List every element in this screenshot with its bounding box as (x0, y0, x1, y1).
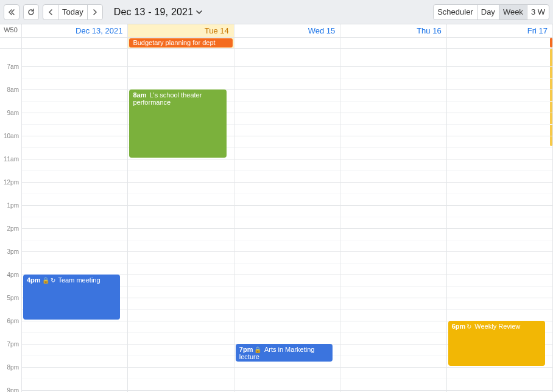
allday-tue[interactable]: Budgetary planning for dept (128, 38, 234, 48)
date-nav-group: Today (43, 4, 103, 20)
event-title: Team meeting (57, 276, 100, 284)
chevron-down-icon (195, 9, 203, 16)
recurring-icon: ↻ (467, 323, 471, 330)
day-header-fri[interactable]: Fri 17 (447, 24, 553, 37)
time-gutter: 7am8am9am10am11am12pm1pm2pm3pm4pm5pm6pm7… (0, 49, 22, 392)
recurring-icon: ↻ (51, 277, 55, 284)
hour-tick: 6pm (7, 317, 19, 324)
day-header-thu[interactable]: Thu 16 (340, 24, 446, 37)
allday-event[interactable]: Budgetary planning for dept (129, 38, 232, 47)
day-col-mon[interactable]: 4pm🔒↻ Team meeting (22, 49, 128, 392)
event-time: 7pm (239, 346, 253, 353)
hour-tick: 11am (4, 155, 19, 162)
view-3week-button[interactable]: 3 W (527, 4, 549, 20)
next-week-button[interactable] (87, 4, 103, 20)
hour-tick: 1pm (7, 201, 19, 208)
calendar: W50 Dec 13, 2021 Tue 14 Wed 15 Thu 16 Fr… (0, 24, 553, 392)
collapse-left-icon[interactable] (4, 4, 19, 20)
week-number: W50 (0, 24, 22, 37)
day-col-thu[interactable] (340, 49, 446, 392)
day-col-tue[interactable]: 8am L's school theater performance (128, 49, 234, 392)
day-columns: 4pm🔒↻ Team meeting 8am L's school theate… (22, 49, 553, 392)
refresh-icon[interactable] (23, 4, 39, 20)
lock-icon: 🔒 (254, 346, 261, 353)
event-time: 6pm (452, 323, 466, 330)
allday-row: Budgetary planning for dept (0, 38, 553, 49)
allday-thu[interactable] (340, 38, 446, 48)
toolbar: Today Dec 13 - 19, 2021 Scheduler Day We… (0, 0, 553, 24)
hour-tick: 9am (7, 109, 19, 116)
day-header-row: W50 Dec 13, 2021 Tue 14 Wed 15 Thu 16 Fr… (0, 24, 553, 38)
view-scheduler-button[interactable]: Scheduler (433, 4, 477, 20)
view-switcher: Scheduler Day Week 3 W (433, 4, 549, 20)
hour-tick: 7pm (7, 340, 19, 347)
hour-tick: 3pm (7, 248, 19, 254)
view-day-button[interactable]: Day (477, 4, 499, 20)
today-button[interactable]: Today (58, 4, 88, 20)
allday-wed[interactable] (234, 38, 340, 48)
hour-tick: 8pm (7, 363, 19, 370)
day-col-fri[interactable]: 6pm↻ Weekly Review (447, 49, 553, 392)
view-week-button[interactable]: Week (499, 4, 527, 20)
day-header-tue[interactable]: Tue 14 (128, 24, 234, 37)
hour-tick: 2pm (7, 225, 19, 231)
hour-tick: 8am (7, 86, 19, 93)
hour-tick: 4pm (7, 271, 19, 278)
hour-tick: 10am (4, 132, 19, 139)
date-range-label: Dec 13 - 19, 2021 (114, 7, 194, 18)
hour-tick: 7am (7, 63, 19, 69)
event-weekly-review[interactable]: 6pm↻ Weekly Review (448, 321, 545, 366)
lock-icon: 🔒 (42, 277, 49, 284)
day-header-wed[interactable]: Wed 15 (234, 24, 340, 37)
hour-tick: 12pm (4, 178, 19, 185)
hour-tick: 9pm (7, 387, 19, 392)
event-time: 8am (133, 91, 146, 99)
allday-mon[interactable] (22, 38, 128, 48)
time-grid: 7am8am9am10am11am12pm1pm2pm3pm4pm5pm6pm7… (0, 49, 553, 392)
date-range-picker[interactable]: Dec 13 - 19, 2021 (114, 7, 203, 18)
event-school-theater[interactable]: 8am L's school theater performance (129, 89, 226, 158)
event-time: 4pm (27, 276, 41, 284)
hour-tick: 5pm (7, 294, 19, 301)
allday-fri[interactable] (447, 38, 553, 48)
event-arts-marketing[interactable]: 7pm🔒 Arts in Marketing lecture (236, 344, 333, 362)
day-col-wed[interactable]: 7pm🔒 Arts in Marketing lecture (234, 49, 340, 392)
event-title: Weekly Review (473, 323, 520, 330)
event-overflow-sliver[interactable] (550, 49, 552, 146)
event-team-meeting[interactable]: 4pm🔒↻ Team meeting (23, 275, 120, 320)
allday-event-overflow[interactable] (550, 38, 552, 47)
day-header-mon[interactable]: Dec 13, 2021 (22, 24, 128, 37)
prev-week-button[interactable] (43, 4, 58, 20)
